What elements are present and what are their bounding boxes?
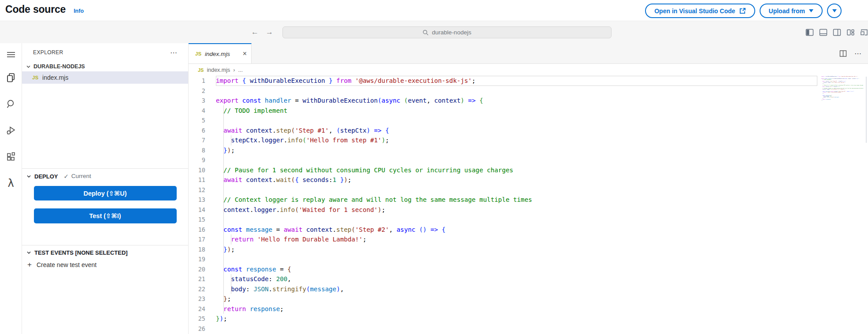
line-number: 4 xyxy=(189,106,205,116)
command-center-search[interactable]: durable-nodejs xyxy=(282,26,612,38)
extensions-icon[interactable] xyxy=(6,152,16,162)
line-number: 18 xyxy=(189,245,205,255)
line-number: 6 xyxy=(189,126,205,136)
code-line[interactable]: 11 await context.wait({ seconds:1 }); xyxy=(189,175,817,185)
minimap[interactable]: import { withDurableExecution } from '@a… xyxy=(821,76,864,102)
code-line[interactable]: 9 xyxy=(189,155,817,165)
project-folder-durable-nodejs[interactable]: DURABLE-NODEJS xyxy=(22,62,188,71)
code-line[interactable]: 4 // TODO implement xyxy=(189,106,817,116)
test-events-section: TEST EVENTS [NONE SELECTED] + Create new… xyxy=(22,245,188,334)
editor-more-actions-icon[interactable]: ⋯ xyxy=(854,49,862,58)
line-number: 3 xyxy=(189,96,205,106)
code-line[interactable]: 12 xyxy=(189,185,817,195)
deploy-section-label: DEPLOY xyxy=(34,173,58,180)
javascript-file-icon: JS xyxy=(195,51,201,56)
code-line[interactable]: 24 return response; xyxy=(189,304,817,314)
code-editor[interactable]: 1import { withDurableExecution } from '@… xyxy=(189,76,868,334)
open-in-vscode-button[interactable]: Open in Visual Studio Code xyxy=(645,4,755,18)
deploy-button[interactable]: Deploy (⇧⌘U) xyxy=(34,186,177,200)
line-number: 7 xyxy=(189,135,205,145)
deploy-status: ✓ Current xyxy=(63,173,91,180)
toggle-panel-icon[interactable] xyxy=(819,28,827,37)
code-line[interactable]: 2 xyxy=(189,86,817,96)
customize-layout-icon[interactable] xyxy=(846,28,855,37)
line-number: 12 xyxy=(189,185,205,195)
code-line[interactable]: 15 xyxy=(189,215,817,225)
test-events-section-label: TEST EVENTS [NONE SELECTED] xyxy=(34,249,128,256)
breadcrumb-symbol[interactable]: ... xyxy=(238,67,242,73)
breadcrumb-file[interactable]: index.mjs xyxy=(207,67,230,73)
caret-down-icon xyxy=(809,9,813,12)
code-line[interactable]: 25}); xyxy=(189,314,817,324)
deploy-section-header[interactable]: DEPLOY ✓ Current xyxy=(22,173,188,180)
create-new-test-event-label: Create new test event xyxy=(37,261,96,268)
code-line[interactable]: 16 const message = await context.step('S… xyxy=(189,225,817,235)
line-number: 19 xyxy=(189,254,205,264)
line-number: 26 xyxy=(189,324,205,334)
chevron-down-icon xyxy=(26,174,31,179)
explorer-more-actions-icon[interactable]: ⋯ xyxy=(170,48,178,57)
code-line[interactable]: 21 statusCode: 200, xyxy=(189,274,817,284)
check-icon: ✓ xyxy=(63,173,68,180)
file-item-index-mjs[interactable]: JS index.mjs xyxy=(22,71,188,84)
code-line[interactable]: 22 body: JSON.stringify(message), xyxy=(189,284,817,294)
code-line[interactable]: 19 xyxy=(189,254,817,264)
menu-icon[interactable] xyxy=(6,49,16,60)
more-actions-button[interactable] xyxy=(827,4,842,18)
code-line[interactable]: 13 // Context logger is replay aware and… xyxy=(189,195,817,205)
breadcrumb-separator: › xyxy=(233,67,235,73)
code-line[interactable]: 5 xyxy=(189,115,817,126)
project-folder-label: DURABLE-NODEJS xyxy=(33,63,85,70)
line-number: 9 xyxy=(189,155,205,165)
code-line[interactable]: 18 }); xyxy=(189,245,817,255)
line-number: 11 xyxy=(189,175,205,185)
navigate-back-icon[interactable]: ← xyxy=(251,28,259,37)
code-line[interactable]: 8 }); xyxy=(189,145,817,156)
indent-guide xyxy=(231,234,231,245)
code-line[interactable]: 23 }; xyxy=(189,294,817,304)
close-tab-icon[interactable]: × xyxy=(243,50,247,57)
test-events-section-header[interactable]: TEST EVENTS [NONE SELECTED] xyxy=(22,249,188,256)
info-link[interactable]: Info xyxy=(74,8,84,14)
run-and-debug-icon[interactable] xyxy=(6,125,16,136)
code-line[interactable]: 1import { withDurableExecution } from '@… xyxy=(189,76,817,86)
deploy-section: DEPLOY ✓ Current Deploy (⇧⌘U) Test (⇧⌘I) xyxy=(22,168,188,245)
line-number: 24 xyxy=(189,304,205,314)
line-number: 13 xyxy=(189,195,205,205)
expand-window-icon[interactable] xyxy=(860,28,868,37)
editor-toolbar: ← → durable-nodejs xyxy=(0,21,868,43)
line-number: 2 xyxy=(189,86,205,96)
code-line[interactable]: 3export const handler = withDurableExecu… xyxy=(189,96,817,106)
indent-guide xyxy=(223,105,224,314)
explorer-icon[interactable] xyxy=(6,72,16,83)
upload-from-button[interactable]: Upload from xyxy=(760,4,823,18)
test-button[interactable]: Test (⇧⌘I) xyxy=(34,208,177,223)
code-line[interactable]: 26 xyxy=(189,324,817,334)
create-new-test-event-button[interactable]: + Create new test event xyxy=(22,260,188,269)
toggle-primary-sidebar-icon[interactable] xyxy=(805,28,814,37)
code-line[interactable]: 6 await context.step('Step #1', (stepCtx… xyxy=(189,126,817,136)
split-editor-icon[interactable] xyxy=(839,50,847,57)
chevron-down-icon xyxy=(26,64,31,69)
code-line[interactable]: 10 // Pause for 1 second without consumi… xyxy=(189,165,817,175)
code-line[interactable]: 17 return 'Hello from Durable Lambda!'; xyxy=(189,234,817,245)
code-line[interactable]: 14 context.logger.info('Waited for 1 sec… xyxy=(189,205,817,215)
search-icon[interactable] xyxy=(6,99,16,109)
chevron-down-icon xyxy=(26,250,31,255)
toggle-secondary-sidebar-icon[interactable] xyxy=(833,28,841,37)
navigate-forward-icon[interactable]: → xyxy=(266,28,273,37)
sidebar-spacer xyxy=(22,84,188,168)
activity-bar: λ xyxy=(0,43,22,334)
aws-lambda-icon[interactable]: λ xyxy=(7,178,14,189)
open-in-vscode-label: Open in Visual Studio Code xyxy=(654,7,735,15)
code-line[interactable]: 20 const response = { xyxy=(189,264,817,275)
editor-scrollbar[interactable] xyxy=(866,77,867,143)
line-number: 21 xyxy=(189,274,205,284)
search-value: durable-nodejs xyxy=(432,29,471,36)
tab-index-mjs[interactable]: JS index.mjs × xyxy=(189,43,252,63)
caret-down-icon xyxy=(832,9,837,12)
line-number: 15 xyxy=(189,215,205,225)
javascript-file-icon: JS xyxy=(198,67,204,73)
code-line[interactable]: 7 stepCtx.logger.info('Hello from step #… xyxy=(189,135,817,145)
code-lines: 1import { withDurableExecution } from '@… xyxy=(189,76,817,334)
